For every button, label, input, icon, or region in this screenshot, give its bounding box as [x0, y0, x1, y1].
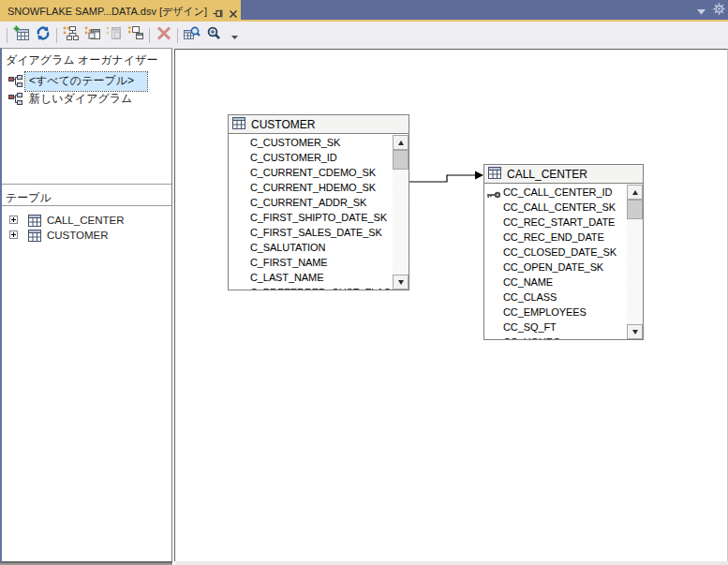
refresh-button[interactable]: [32, 25, 53, 46]
column-row[interactable]: C_CURRENT_CDEMO_SK: [229, 165, 393, 180]
column-row[interactable]: CC_CLASS: [484, 290, 627, 305]
diagram-item-new-diagram[interactable]: 新しいダイアグラム: [2, 90, 171, 107]
scroll-down-button[interactable]: [393, 275, 409, 290]
swap-layout-button[interactable]: [125, 25, 146, 46]
find-table-icon: [183, 25, 201, 45]
diagram-item-all-tables[interactable]: <すべてのテーブル>: [2, 72, 171, 89]
column-row[interactable]: CC_REC_START_DATE: [484, 215, 627, 230]
title-bar: SNOWFLAKE SAMP...DATA.dsv [デザイン]: [0, 0, 728, 22]
scroll-up-button[interactable]: [393, 135, 409, 150]
column-row[interactable]: C_CUSTOMER_SK: [229, 135, 393, 150]
add-table-icon: [13, 25, 30, 45]
toolbar-separator: [177, 28, 178, 43]
sidebar-divider: [2, 184, 171, 185]
tree-item-customer[interactable]: CUSTOMER: [2, 228, 171, 243]
column-row[interactable]: CC_CLOSED_DATE_SK: [484, 245, 627, 260]
diagram-icon: [8, 92, 22, 109]
scroll-down-button[interactable]: [627, 324, 643, 339]
toolbar-separator: [149, 28, 150, 43]
column-row[interactable]: CC_REC_END_DATE: [484, 230, 627, 245]
column-row[interactable]: CC_CALL_CENTER_SK: [484, 200, 627, 215]
expand-icon[interactable]: [9, 216, 18, 224]
add-table-button[interactable]: [10, 25, 32, 46]
arrange-tables-icon: [63, 25, 80, 45]
column-row[interactable]: CC_SQ_FT: [484, 320, 627, 335]
column-row[interactable]: C_SALUTATION: [229, 240, 393, 255]
delete-icon: [156, 25, 172, 45]
pin-icon[interactable]: [213, 6, 223, 22]
scroll-up-button[interactable]: [627, 185, 643, 200]
table-icon: [28, 229, 41, 245]
zoom-dropdown-icon: [230, 27, 239, 44]
column-row[interactable]: C_CURRENT_HDEMO_SK: [229, 180, 393, 195]
table-icon: [232, 117, 245, 132]
column-row[interactable]: CC_EMPLOYEES: [484, 305, 627, 320]
table-icon: [488, 167, 501, 182]
scroll-thumb[interactable]: [627, 200, 643, 219]
scroll-thumb[interactable]: [393, 150, 409, 170]
document-tab-label: SNOWFLAKE SAMP...DATA.dsv [デザイン]: [7, 5, 207, 19]
entity-header[interactable]: CALL_CENTER: [484, 165, 643, 184]
refresh-icon: [35, 25, 52, 45]
column-row[interactable]: C_PREFERRED_CUST_FLAG: [229, 285, 393, 290]
entity-scrollbar[interactable]: [627, 185, 643, 339]
zoom-button[interactable]: [202, 25, 224, 46]
arrange-selection-button[interactable]: [82, 25, 103, 46]
find-table-button[interactable]: [181, 25, 202, 46]
toolbar: [0, 22, 728, 49]
column-row[interactable]: C_FIRST_SHIPTO_DATE_SK: [229, 210, 393, 225]
column-row[interactable]: C_CURRENT_ADDR_SK: [229, 195, 393, 210]
preview-data-disabled-button[interactable]: [103, 25, 125, 46]
toolbar-separator: [7, 28, 7, 43]
entity-call_center[interactable]: CALL_CENTER CC_CALL_CENTER_IDCC_CALL_CEN…: [483, 164, 644, 340]
swap-layout-icon: [127, 25, 144, 45]
column-row[interactable]: CC_OPEN_DATE_SK: [484, 260, 627, 275]
column-row[interactable]: C_FIRST_NAME: [229, 255, 393, 270]
entity-header[interactable]: CUSTOMER: [229, 115, 409, 134]
tables-divider: [2, 205, 171, 206]
canvas-bottom-strip: [175, 561, 728, 565]
entity-scrollbar[interactable]: [393, 135, 409, 290]
diagram-organizer-header: ダイアグラム オーガナイザー: [6, 52, 157, 68]
toolbar-separator: [56, 28, 57, 43]
entity-customer[interactable]: CUSTOMER C_CUSTOMER_SKC_CUSTOMER_IDC_CUR…: [228, 114, 409, 290]
tables-header: テーブル: [6, 190, 52, 206]
tree-item-call_center[interactable]: CALL_CENTER: [2, 213, 171, 228]
chevron-down-icon[interactable]: [697, 2, 706, 19]
column-row[interactable]: C_LAST_NAME: [229, 270, 393, 285]
diagram-icon: [8, 74, 22, 91]
document-tab[interactable]: SNOWFLAKE SAMP...DATA.dsv [デザイン]: [0, 0, 241, 22]
zoom-icon: [205, 25, 222, 45]
gear-icon[interactable]: [713, 2, 725, 19]
column-row[interactable]: C_FIRST_SALES_DATE_SK: [229, 225, 393, 240]
column-row[interactable]: CC_NAME: [484, 275, 627, 290]
column-row[interactable]: C_CUSTOMER_ID: [229, 150, 393, 165]
column-row[interactable]: CC_CALL_CENTER_ID: [484, 185, 627, 200]
diagram-canvas[interactable]: CUSTOMER C_CUSTOMER_SKC_CUSTOMER_IDC_CUR…: [174, 49, 728, 561]
preview-data-disabled-icon: [106, 25, 123, 45]
zoom-dropdown-button[interactable]: [224, 25, 245, 46]
arrange-tables-button[interactable]: [60, 25, 82, 46]
arrange-selection-icon: [84, 25, 101, 45]
close-icon[interactable]: [229, 6, 238, 22]
column-row[interactable]: CC_HOURS: [484, 335, 627, 339]
delete-button[interactable]: [153, 25, 174, 46]
expand-icon[interactable]: [9, 230, 18, 239]
sidebar: ダイアグラム オーガナイザー <すべてのテーブル>新しいダイアグラム テーブル …: [0, 48, 172, 563]
